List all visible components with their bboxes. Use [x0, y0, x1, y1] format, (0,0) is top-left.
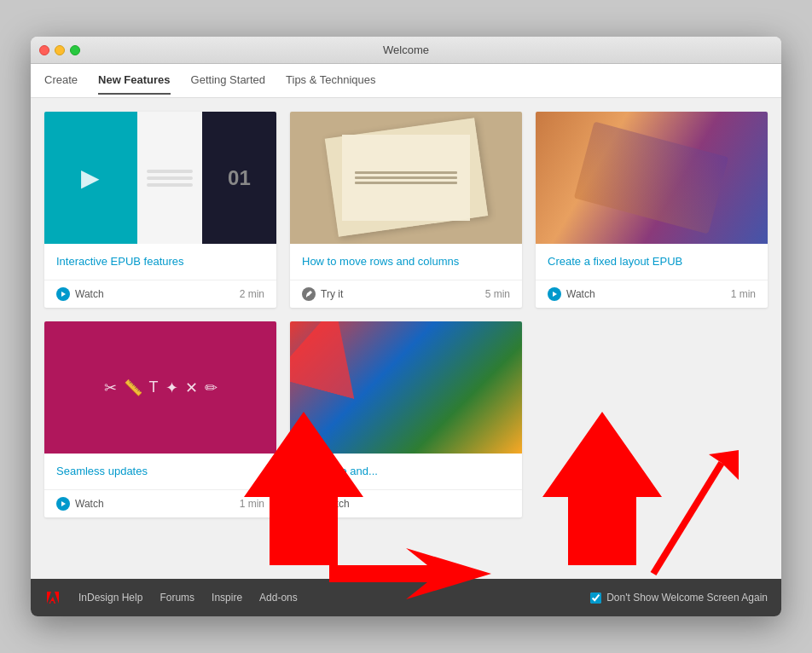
- card-3-body: Create a fixed layout EPUB: [536, 244, 768, 280]
- maximize-button[interactable]: [70, 45, 80, 55]
- asterisk-icon: ✦: [165, 379, 178, 397]
- card-2-tryit-label[interactable]: Try it: [321, 288, 343, 300]
- card-2-duration: 5 min: [485, 288, 510, 300]
- window-title: Welcome: [383, 43, 429, 56]
- svg-marker-3: [307, 501, 311, 506]
- card-2-title[interactable]: How to move rows and columns: [302, 254, 510, 269]
- card-5-body: Organize and...: [290, 454, 522, 489]
- tab-tips-techniques[interactable]: Tips & Techniques: [286, 66, 376, 95]
- cards-grid: Interactive EPUB features Watch 2 min: [44, 112, 768, 517]
- card-4-body: Seamless updates: [44, 454, 276, 489]
- card-5-watch-label[interactable]: Watch: [321, 498, 350, 510]
- card-4-footer: Watch 1 min: [44, 489, 276, 517]
- inspire-link[interactable]: Inspire: [212, 592, 242, 604]
- ruler-icon: 📏: [124, 379, 142, 397]
- traffic-lights: [39, 45, 80, 55]
- card-3-title[interactable]: Create a fixed layout EPUB: [548, 254, 756, 269]
- card-1-footer: Watch 2 min: [44, 280, 276, 308]
- nav-tabs: Create New Features Getting Started Tips…: [31, 64, 781, 98]
- tab-getting-started[interactable]: Getting Started: [191, 66, 265, 95]
- card-3-watch-label[interactable]: Watch: [566, 288, 595, 300]
- card-4-title[interactable]: Seamless updates: [56, 464, 264, 479]
- card-5-footer: Watch: [290, 489, 522, 517]
- card-2-footer: Try it 5 min: [290, 280, 522, 308]
- svg-marker-1: [553, 292, 557, 297]
- title-bar: Welcome: [31, 37, 781, 64]
- card-1-thumbnail[interactable]: [44, 112, 276, 244]
- welcome-window: Welcome Create New Features Getting Star…: [31, 37, 781, 616]
- minimize-button[interactable]: [55, 45, 65, 55]
- card-1-duration: 2 min: [240, 288, 264, 300]
- card-3-play-icon: [548, 287, 561, 301]
- bottom-bar: InDesign Help Forums Inspire Add-ons Don…: [31, 579, 781, 616]
- tab-new-features[interactable]: New Features: [98, 66, 171, 95]
- tab-create[interactable]: Create: [44, 66, 78, 95]
- scissors-icon: ✂: [104, 379, 117, 397]
- card-organize: Organize and... Watch: [290, 321, 522, 517]
- dont-show-label[interactable]: Don't Show Welcome Screen Again: [606, 592, 768, 604]
- content-area: Interactive EPUB features Watch 2 min: [31, 98, 781, 579]
- card-4-play-icon: [56, 497, 70, 511]
- pencil-icon: ✏: [205, 379, 218, 397]
- card-5-title[interactable]: Organize and...: [302, 464, 510, 479]
- card-interactive-epub: Interactive EPUB features Watch 2 min: [44, 112, 276, 308]
- card-4-watch-label[interactable]: Watch: [75, 498, 104, 510]
- type-icon: T: [149, 379, 159, 396]
- adobe-logo-icon: [44, 589, 61, 606]
- forums-link[interactable]: Forums: [160, 592, 194, 604]
- card-seamless-updates: ✂ 📏 T ✦ ✕ ✏ Seamless updates Watch: [44, 321, 276, 517]
- card-5-thumbnail[interactable]: [290, 321, 522, 454]
- card-2-thumbnail[interactable]: [290, 112, 522, 244]
- card-1-watch-label[interactable]: Watch: [75, 288, 104, 300]
- card-move-rows: How to move rows and columns Try it 5 mi…: [290, 112, 522, 308]
- dont-show-checkbox[interactable]: [590, 592, 601, 604]
- add-ons-link[interactable]: Add-ons: [259, 592, 298, 604]
- card-3-thumbnail[interactable]: [536, 112, 768, 244]
- card-3-footer: Watch 1 min: [536, 280, 768, 308]
- card-4-duration: 1 min: [240, 498, 264, 510]
- card-2-pencil-icon: [302, 287, 316, 301]
- cross-icon: ✕: [185, 379, 198, 397]
- dont-show-section: Don't Show Welcome Screen Again: [590, 592, 768, 604]
- svg-marker-2: [61, 501, 66, 506]
- card-2-body: How to move rows and columns: [290, 244, 522, 280]
- card-5-play-icon: [302, 497, 316, 511]
- close-button[interactable]: [39, 45, 49, 55]
- indesign-help-link[interactable]: InDesign Help: [78, 592, 142, 604]
- card-1-play-icon: [56, 287, 70, 301]
- card-4-thumbnail[interactable]: ✂ 📏 T ✦ ✕ ✏: [44, 321, 276, 454]
- svg-marker-0: [61, 292, 66, 297]
- card-fixed-epub: Create a fixed layout EPUB Watch 1 min: [536, 112, 768, 308]
- card-1-body: Interactive EPUB features: [44, 244, 276, 280]
- card-1-title[interactable]: Interactive EPUB features: [56, 254, 264, 269]
- card-3-duration: 1 min: [731, 288, 756, 300]
